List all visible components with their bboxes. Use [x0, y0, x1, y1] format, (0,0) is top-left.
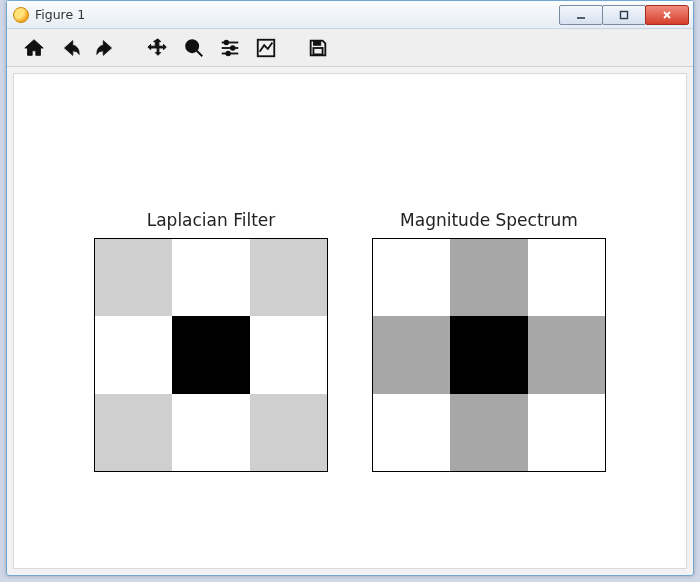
python-app-icon [13, 7, 29, 23]
heatmap-cell [250, 239, 327, 316]
heatmap-cell [95, 316, 172, 393]
subplot-title-right: Magnitude Spectrum [400, 210, 578, 230]
subplot-left: Laplacian Filter [94, 210, 328, 472]
svg-point-11 [226, 51, 230, 55]
heatmap-cell [95, 239, 172, 316]
figure-window: Figure 1 [6, 0, 694, 576]
edit-axis-icon[interactable] [251, 33, 281, 63]
maximize-button[interactable] [602, 5, 646, 25]
heatmap-cell [250, 394, 327, 471]
matplotlib-toolbar [7, 29, 693, 67]
heatmap-cell [95, 394, 172, 471]
heatmap-cell [373, 239, 450, 316]
window-title: Figure 1 [35, 7, 85, 22]
heatmap-cell [528, 239, 605, 316]
pan-icon[interactable] [143, 33, 173, 63]
window-buttons [560, 5, 689, 25]
heatmap-cell [528, 394, 605, 471]
subplot-title-left: Laplacian Filter [147, 210, 276, 230]
save-icon[interactable] [303, 33, 333, 63]
heatmap-cell [450, 239, 527, 316]
minimize-button[interactable] [559, 5, 603, 25]
heatmap-cell [172, 239, 249, 316]
heatmap-right [372, 238, 606, 472]
titlebar: Figure 1 [7, 1, 693, 29]
heatmap-cell [250, 316, 327, 393]
subplots-icon[interactable] [215, 33, 245, 63]
heatmap-cell [373, 316, 450, 393]
heatmap-cell [373, 394, 450, 471]
svg-rect-1 [621, 11, 628, 18]
heatmap-cell [450, 316, 527, 393]
close-button[interactable] [645, 5, 689, 25]
heatmap-left [94, 238, 328, 472]
home-icon[interactable] [19, 33, 49, 63]
svg-point-4 [186, 40, 198, 52]
svg-rect-13 [313, 40, 320, 45]
svg-line-5 [197, 50, 203, 56]
heatmap-cell [450, 394, 527, 471]
heatmap-cell [172, 394, 249, 471]
subplot-right: Magnitude Spectrum [372, 210, 606, 472]
heatmap-cell [528, 316, 605, 393]
svg-point-9 [225, 40, 229, 44]
svg-point-10 [231, 46, 235, 50]
zoom-icon[interactable] [179, 33, 209, 63]
back-icon[interactable] [55, 33, 85, 63]
figure-canvas[interactable]: Laplacian Filter Magnitude Spectrum [13, 73, 687, 569]
forward-icon[interactable] [91, 33, 121, 63]
heatmap-cell [172, 316, 249, 393]
svg-rect-14 [313, 48, 322, 54]
